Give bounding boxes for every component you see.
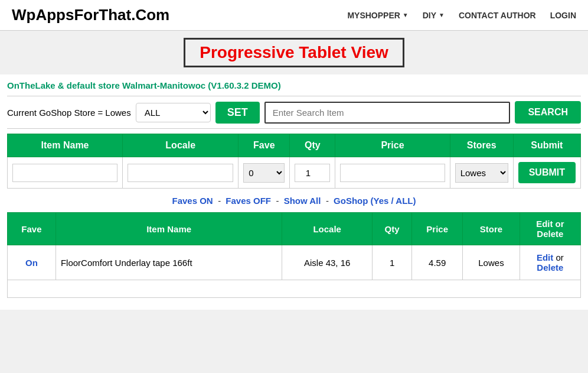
data-col-edit-delete: Edit orDelete <box>520 213 580 245</box>
page-heading-wrapper: Progressive Tablet View <box>0 31 588 74</box>
search-input[interactable] <box>264 102 511 124</box>
edit-delete-sep: or <box>556 252 563 262</box>
row-store: Lowes <box>463 245 520 280</box>
nav-contact-label: CONTACT AUTHOR <box>459 11 536 20</box>
price-cell <box>335 157 450 189</box>
stores-cell: Lowes Walmart ALL <box>450 157 513 189</box>
site-title: WpAppsForThat.Com <box>12 6 169 24</box>
row-fave: On <box>8 245 56 280</box>
filter-links: Faves ON - Faves OFF - Show All - GoShop… <box>7 189 581 212</box>
nav-myshopper-label: MYSHOPPER <box>347 11 400 20</box>
search-button[interactable]: SEARCH <box>515 101 581 124</box>
nav-contact-author[interactable]: CONTACT AUTHOR <box>459 11 536 20</box>
data-col-qty: Qty <box>373 213 412 245</box>
search-bar: Current GoShop Store = Lowes ALL Lowes W… <box>7 96 581 129</box>
item-name-cell <box>8 157 123 189</box>
col-header-locale: Locale <box>123 134 239 157</box>
stores-select[interactable]: Lowes Walmart ALL <box>455 163 508 183</box>
delete-link[interactable]: Delete <box>537 262 563 273</box>
col-header-item-name: Item Name <box>8 134 123 157</box>
nav-login-label: LOGIN <box>550 11 576 20</box>
empty-row <box>8 280 581 298</box>
data-col-price: Price <box>412 213 463 245</box>
nav-diy-label: DIY <box>423 11 436 20</box>
col-header-fave: Fave <box>239 134 290 157</box>
col-header-stores: Stores <box>450 134 513 157</box>
fave-on-badge: On <box>25 258 38 268</box>
myshopper-arrow-icon: ▼ <box>403 12 409 18</box>
locale-input[interactable] <box>128 164 233 182</box>
locale-cell <box>123 157 239 189</box>
item-name-input[interactable] <box>12 164 117 182</box>
add-item-row: 0 1 2 3 Lowes <box>8 157 581 189</box>
add-item-table: Item Name Locale Fave Qty Price Stores S… <box>7 134 581 189</box>
data-col-locale: Locale <box>282 213 373 245</box>
diy-arrow-icon: ▼ <box>439 12 445 18</box>
row-item-name: FloorComfort Underlay tape 166ft <box>55 245 282 280</box>
row-price: 4.59 <box>412 245 463 280</box>
qty-cell <box>290 157 335 189</box>
empty-row-cell <box>8 280 581 298</box>
add-item-section: Item Name Locale Fave Qty Price Stores S… <box>7 134 581 189</box>
col-header-submit: Submit <box>513 134 580 157</box>
data-col-store: Store <box>463 213 520 245</box>
nav-diy[interactable]: DIY ▼ <box>423 11 445 20</box>
filter-faves-on[interactable]: Faves ON <box>172 196 213 206</box>
price-input[interactable] <box>340 164 445 182</box>
qty-input[interactable] <box>295 164 330 182</box>
data-table-section: Fave Item Name Locale Qty Price Store Ed… <box>7 212 581 298</box>
fave-cell: 0 1 2 3 <box>239 157 290 189</box>
fave-select[interactable]: 0 1 2 3 <box>243 163 285 183</box>
store-info-text: OnTheLake & default store Walmart-Manito… <box>7 80 281 90</box>
submit-button[interactable]: SUBMIT <box>518 162 576 183</box>
filter-goshop[interactable]: GoShop (Yes / ALL) <box>334 196 416 206</box>
main-content: OnTheLake & default store Walmart-Manito… <box>0 74 588 310</box>
filter-show-all[interactable]: Show All <box>284 196 321 206</box>
page-heading-box: Progressive Tablet View <box>184 38 404 67</box>
set-button[interactable]: SET <box>215 102 260 124</box>
nav-login[interactable]: LOGIN <box>550 11 576 20</box>
data-col-fave: Fave <box>8 213 56 245</box>
store-select[interactable]: ALL Lowes Walmart Home Depot <box>136 103 211 122</box>
row-qty: 1 <box>373 245 412 280</box>
col-header-qty: Qty <box>290 134 335 157</box>
row-locale: Aisle 43, 16 <box>282 245 373 280</box>
data-table-header-row: Fave Item Name Locale Qty Price Store Ed… <box>8 213 581 245</box>
main-nav: MYSHOPPER ▼ DIY ▼ CONTACT AUTHOR LOGIN <box>347 11 576 20</box>
table-row: On FloorComfort Underlay tape 166ft Aisl… <box>8 245 581 280</box>
current-store-label: Current GoShop Store = Lowes <box>7 108 131 118</box>
header: WpAppsForThat.Com MYSHOPPER ▼ DIY ▼ CONT… <box>0 0 588 31</box>
row-edit-delete: Edit or Delete <box>520 245 580 280</box>
submit-cell: SUBMIT <box>513 157 580 189</box>
store-info: OnTheLake & default store Walmart-Manito… <box>7 74 581 96</box>
filter-faves-off[interactable]: Faves OFF <box>226 196 271 206</box>
page-title: Progressive Tablet View <box>200 43 388 61</box>
col-header-price: Price <box>335 134 450 157</box>
edit-link[interactable]: Edit <box>537 252 553 262</box>
add-table-header-row: Item Name Locale Fave Qty Price Stores S… <box>8 134 581 157</box>
data-col-item-name: Item Name <box>55 213 282 245</box>
data-table: Fave Item Name Locale Qty Price Store Ed… <box>7 212 581 298</box>
nav-myshopper[interactable]: MYSHOPPER ▼ <box>347 11 408 20</box>
